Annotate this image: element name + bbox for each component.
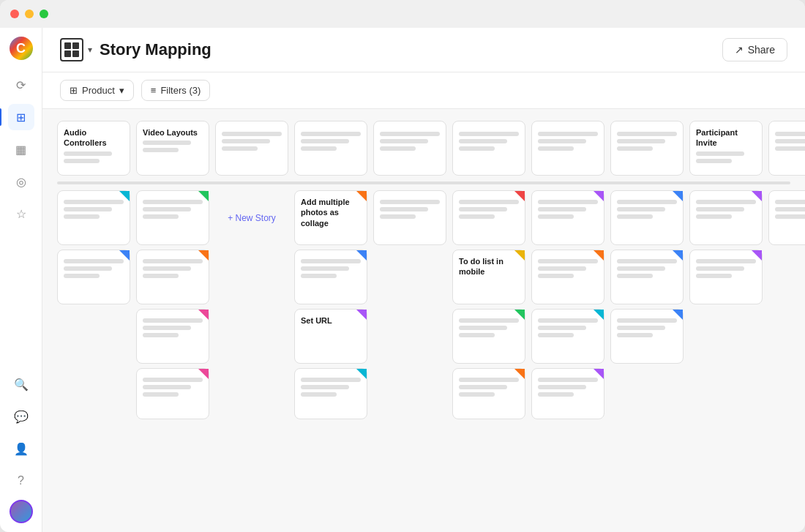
- sidebar: C ⟳ ⊞ ▦ ◎ ☆ 🔍 💬 👤 ?: [0, 28, 42, 532]
- help-icon[interactable]: ?: [8, 468, 34, 494]
- corner-indicator: [514, 310, 525, 320]
- corner-indicator: [119, 250, 130, 261]
- corner-indicator: [356, 369, 367, 379]
- corner-indicator: [198, 191, 209, 201]
- epic-card-3[interactable]: [215, 121, 288, 176]
- toolbar: ⊞ Product ▾ ≡ Filters (3): [42, 72, 805, 109]
- story-card-r3c6[interactable]: [452, 309, 525, 364]
- sidebar-item-comments[interactable]: ▦: [8, 136, 34, 162]
- close-button[interactable]: [10, 10, 19, 18]
- people-icon[interactable]: 👤: [8, 435, 34, 462]
- story-card-r4c2[interactable]: [136, 368, 209, 419]
- corner-indicator: [514, 250, 525, 261]
- story-card-r4c7[interactable]: [531, 368, 604, 419]
- story-card-r1c6[interactable]: [452, 190, 525, 245]
- card-title: Audio Controllers: [64, 127, 124, 149]
- story-card-add-photos[interactable]: Add multiple photos as collage: [294, 190, 367, 245]
- story-card-r2c1[interactable]: [57, 250, 130, 304]
- story-card-r2c9[interactable]: [689, 250, 763, 304]
- story-card-r3c8[interactable]: [610, 309, 684, 364]
- story-card-r3c1-empty: [57, 309, 130, 364]
- maximize-button[interactable]: [40, 10, 48, 18]
- epic-card-audio-controllers[interactable]: Audio Controllers: [57, 121, 130, 176]
- story-card-r1c9[interactable]: [689, 190, 763, 245]
- app-logo[interactable]: C: [10, 37, 33, 60]
- epic-card-video-layouts[interactable]: Video Layouts: [136, 121, 209, 176]
- card-title: Add multiple photos as collage: [301, 197, 361, 228]
- story-card-r1c10[interactable]: [768, 190, 805, 245]
- story-card-r4c5-empty: [373, 368, 446, 419]
- story-card-r2c7[interactable]: [531, 250, 604, 304]
- board-chevron-icon: ▾: [88, 45, 92, 55]
- story-card-r1c1[interactable]: [57, 190, 130, 245]
- user-avatar[interactable]: [10, 500, 33, 523]
- story-card-r2c4[interactable]: [294, 250, 367, 304]
- story-card-r1c7[interactable]: [531, 190, 604, 245]
- content-area: ▾ Story Mapping ↗ Share ⊞ Product ▾ ≡ Fi…: [42, 28, 805, 532]
- board-icon-group[interactable]: ▾: [60, 38, 92, 61]
- card-title: Set URL: [301, 315, 361, 326]
- story-card-r4c6[interactable]: [452, 368, 525, 419]
- sidebar-item-star[interactable]: ☆: [8, 201, 34, 227]
- story-row-4: [57, 368, 790, 419]
- story-card-r3c3-empty: [215, 309, 288, 364]
- story-card-todo-mobile[interactable]: To do list in mobile: [452, 250, 525, 304]
- corner-indicator: [752, 250, 762, 261]
- page-header: ▾ Story Mapping ↗ Share: [42, 28, 805, 72]
- epic-separator: [57, 181, 790, 184]
- epic-card-10[interactable]: [768, 121, 805, 176]
- header-left: ▾ Story Mapping: [60, 38, 211, 61]
- story-card-r2c8[interactable]: [610, 250, 684, 304]
- corner-indicator: [594, 191, 604, 201]
- story-row-1: + New Story Add multiple photos as colla…: [57, 190, 790, 245]
- share-button[interactable]: ↗ Share: [722, 38, 787, 61]
- product-filter-button[interactable]: ⊞ Product ▾: [60, 80, 134, 101]
- product-chevron-icon: ▾: [119, 85, 124, 96]
- corner-indicator: [119, 191, 130, 201]
- story-card-r4c1-empty: [57, 368, 130, 419]
- card-title: Participant Invite: [696, 127, 756, 149]
- epic-card-5[interactable]: [373, 121, 446, 176]
- story-card-r1c2[interactable]: [136, 190, 209, 245]
- filters-icon: ≡: [151, 85, 157, 96]
- story-card-r4c3-empty: [215, 368, 288, 419]
- sidebar-item-board[interactable]: ⊞: [8, 104, 34, 130]
- story-card-r1c5[interactable]: [373, 190, 446, 245]
- sidebar-item-timer[interactable]: ◎: [8, 168, 34, 195]
- corner-indicator: [198, 310, 209, 320]
- chat-icon[interactable]: 💬: [8, 403, 34, 430]
- epic-card-8[interactable]: [610, 121, 684, 176]
- story-card-set-url[interactable]: Set URL: [294, 309, 367, 364]
- epic-card-6[interactable]: [452, 121, 525, 176]
- sidebar-item-activity[interactable]: ⟳: [8, 72, 34, 98]
- minimize-button[interactable]: [25, 10, 34, 18]
- share-icon: ↗: [735, 44, 744, 56]
- story-card-r3c7[interactable]: [531, 309, 604, 364]
- story-row-3: Set URL: [57, 309, 790, 364]
- page-title: Story Mapping: [100, 40, 211, 59]
- sidebar-bottom: 🔍 💬 👤 ?: [8, 371, 34, 523]
- story-card-r2c5-empty: [373, 250, 446, 304]
- mapping-area[interactable]: Audio Controllers Video Layouts: [42, 109, 805, 532]
- filters-button[interactable]: ≡ Filters (3): [141, 80, 210, 101]
- corner-indicator: [198, 369, 209, 379]
- new-story-button[interactable]: + New Story: [215, 190, 288, 245]
- corner-indicator: [673, 310, 683, 320]
- filter-grid-icon: ⊞: [70, 85, 78, 96]
- search-icon[interactable]: 🔍: [8, 371, 34, 397]
- corner-indicator: [514, 369, 525, 379]
- story-card-r3c5-empty: [373, 309, 446, 364]
- app-window: C ⟳ ⊞ ▦ ◎ ☆ 🔍 💬 👤 ?: [0, 0, 805, 532]
- story-card-r2c3-empty: [215, 250, 288, 304]
- story-card-r1c8[interactable]: [610, 190, 684, 245]
- corner-indicator: [752, 191, 762, 201]
- story-card-r4c4[interactable]: [294, 368, 367, 419]
- epic-card-participant-invite[interactable]: Participant Invite: [689, 121, 763, 176]
- corner-indicator: [356, 191, 367, 201]
- story-card-r3c2[interactable]: [136, 309, 209, 364]
- epic-card-4[interactable]: [294, 121, 367, 176]
- story-card-r2c2[interactable]: [136, 250, 209, 304]
- epic-row: Audio Controllers Video Layouts: [57, 121, 790, 176]
- epic-card-7[interactable]: [531, 121, 604, 176]
- corner-indicator: [594, 250, 604, 261]
